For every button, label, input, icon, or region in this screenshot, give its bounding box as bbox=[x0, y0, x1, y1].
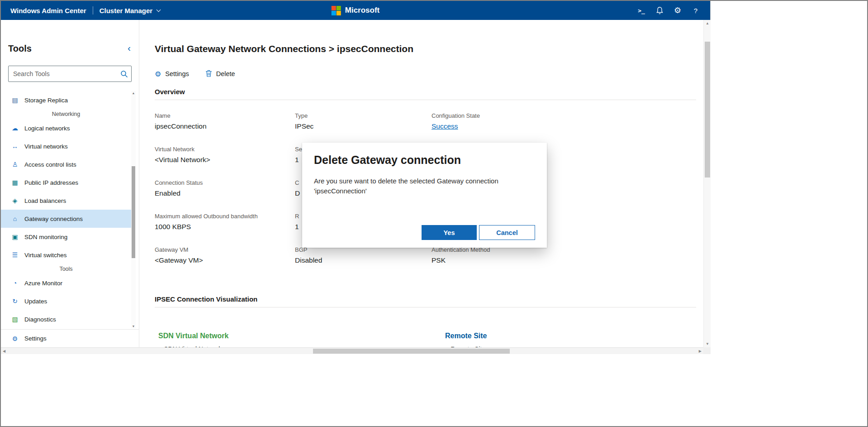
scroll-right-icon[interactable]: ▶ bbox=[699, 349, 702, 353]
field-label: Name bbox=[155, 112, 295, 120]
dialog-buttons: Yes Cancel bbox=[422, 225, 535, 240]
cancel-button[interactable]: Cancel bbox=[479, 225, 535, 240]
sidebar-item-label: Public IP addresses bbox=[24, 179, 78, 186]
visualization-heading: IPSEC Connection Visualization bbox=[155, 295, 696, 303]
top-bar-actions: >_ ⚙ ? bbox=[632, 1, 705, 20]
overview-field: Configuation State Success bbox=[432, 112, 696, 146]
sidebar-item-azure-monitor[interactable]: ◔ Azure Monitor bbox=[1, 274, 131, 292]
scroll-left-icon[interactable]: ◀ bbox=[3, 349, 5, 353]
horizontal-scrollbar-thumb[interactable] bbox=[313, 349, 510, 354]
diagnostics-icon: ▧ bbox=[10, 316, 19, 323]
field-value: <Gateway VM> bbox=[155, 256, 295, 264]
settings-button[interactable]: ⚙ Settings bbox=[155, 70, 189, 78]
virtual-networks-icon: ↔ bbox=[10, 143, 19, 150]
configuration-state-link[interactable]: Success bbox=[432, 122, 696, 130]
sidebar-item-updates[interactable]: ↻ Updates bbox=[1, 292, 131, 310]
settings-gear-icon: ⚙ bbox=[10, 335, 19, 342]
sidebar-scrollbar[interactable]: ▲ ▼ bbox=[131, 91, 136, 328]
virtual-switches-icon: ☰ bbox=[10, 251, 19, 259]
tools-nav: ▤ Storage Replica Networking ☁ Logical n… bbox=[1, 91, 131, 328]
scroll-down-icon[interactable]: ▼ bbox=[704, 342, 711, 346]
sidebar-item-settings[interactable]: ⚙ Settings bbox=[1, 329, 139, 347]
collapse-sidebar-icon[interactable]: ‹ bbox=[128, 43, 131, 53]
screenshot-canvas: Windows Admin Center Cluster Manager Mic… bbox=[0, 0, 868, 427]
settings-gear-icon[interactable]: ⚙ bbox=[669, 1, 687, 20]
sidebar-item-virtual-switches[interactable]: ☰ Virtual switches bbox=[1, 246, 131, 264]
horizontal-scrollbar[interactable]: ◀ ▶ bbox=[1, 347, 703, 354]
app-title[interactable]: Windows Admin Center bbox=[10, 7, 86, 14]
scroll-down-icon[interactable]: ▼ bbox=[131, 325, 136, 328]
sidebar-item-label: Load balancers bbox=[24, 197, 66, 204]
storage-replica-icon: ▤ bbox=[10, 96, 19, 104]
sidebar-item-label: Diagnostics bbox=[24, 316, 56, 323]
sidebar-item-sdn-monitoring[interactable]: ▣ SDN monitoring bbox=[1, 228, 131, 246]
delete-gateway-dialog: Delete Gateway connection Are you sure w… bbox=[302, 143, 547, 248]
scrollbar-corner bbox=[703, 347, 711, 354]
sidebar-item-label: Settings bbox=[24, 335, 47, 342]
powershell-icon[interactable]: >_ bbox=[632, 1, 650, 20]
vertical-scrollbar-thumb[interactable] bbox=[705, 42, 710, 178]
help-icon[interactable]: ? bbox=[687, 1, 705, 20]
solution-dropdown[interactable]: Cluster Manager bbox=[100, 7, 161, 14]
field-value: 1000 KBPS bbox=[155, 223, 295, 231]
dialog-body: Are you sure want to delete the selected… bbox=[314, 176, 526, 196]
overview-field: Name ipsecConnection bbox=[155, 112, 295, 146]
overview-heading: Overview bbox=[155, 88, 696, 96]
search-icon[interactable] bbox=[117, 70, 131, 78]
sidebar-item-virtual-networks[interactable]: ↔ Virtual networks bbox=[1, 137, 131, 155]
overview-field: Virtual Network <Virtual Network> bbox=[155, 146, 295, 179]
notifications-bell-icon[interactable] bbox=[650, 1, 669, 20]
field-value: <Virtual Network> bbox=[155, 156, 295, 164]
delete-button[interactable]: Delete bbox=[205, 70, 235, 78]
microsoft-logo-icon bbox=[332, 6, 341, 15]
sidebar-item-public-ip-addresses[interactable]: ▦ Public IP addresses bbox=[1, 173, 131, 192]
field-label: Virtual Network bbox=[155, 146, 295, 153]
overview-field: Type IPSec bbox=[295, 112, 432, 146]
overview-field: BGP Disabled bbox=[295, 246, 432, 280]
delete-button-label: Delete bbox=[216, 70, 235, 77]
logical-networks-icon: ☁ bbox=[10, 125, 19, 132]
public-ip-addresses-icon: ▦ bbox=[10, 179, 19, 186]
sidebar-item-label: Virtual switches bbox=[24, 252, 67, 259]
sdn-virtual-network-title: SDN Virtual Network bbox=[158, 332, 228, 340]
trash-icon bbox=[205, 70, 212, 78]
sidebar-item-label: SDN monitoring bbox=[24, 234, 67, 240]
sidebar-item-load-balancers[interactable]: ◈ Load balancers bbox=[1, 192, 131, 210]
yes-button[interactable]: Yes bbox=[422, 225, 477, 240]
sidebar-section-tools: Tools bbox=[1, 264, 131, 274]
top-bar-left: Windows Admin Center Cluster Manager bbox=[10, 1, 160, 20]
sidebar-item-logical-networks[interactable]: ☁ Logical networks bbox=[1, 119, 131, 137]
dialog-title: Delete Gateway connection bbox=[314, 154, 535, 167]
main-vertical-scrollbar[interactable]: ▲ ▼ bbox=[703, 20, 711, 347]
sidebar-item-label: Gateway connections bbox=[24, 216, 83, 222]
field-label: Connection Status bbox=[155, 179, 295, 187]
sidebar-item-access-control-lists[interactable]: ♙ Access control lists bbox=[1, 155, 131, 173]
sidebar-item-label: Storage Replica bbox=[24, 97, 68, 104]
remote-site-title: Remote Site bbox=[445, 332, 489, 340]
access-control-lists-icon: ♙ bbox=[10, 161, 19, 168]
sidebar-item-storage-replica[interactable]: ▤ Storage Replica bbox=[1, 91, 131, 109]
sidebar-section-networking: Networking bbox=[1, 109, 131, 119]
field-label: Maximum allowed Outbound bandwidth bbox=[155, 213, 295, 220]
top-bar: Windows Admin Center Cluster Manager Mic… bbox=[1, 1, 710, 20]
sidebar-item-label: Virtual networks bbox=[24, 143, 68, 150]
field-label: Gateway VM bbox=[155, 246, 295, 254]
sidebar-item-diagnostics[interactable]: ▧ Diagnostics bbox=[1, 310, 131, 328]
load-balancers-icon: ◈ bbox=[10, 197, 19, 204]
scroll-up-icon[interactable]: ▲ bbox=[704, 21, 711, 25]
settings-button-label: Settings bbox=[165, 70, 189, 77]
sidebar-scrollbar-thumb[interactable] bbox=[132, 166, 135, 258]
brand-name: Microsoft bbox=[345, 6, 380, 15]
overview-field: Maximum allowed Outbound bandwidth 1000 … bbox=[155, 213, 295, 246]
sidebar-item-gateway-connections[interactable]: ⌂ Gateway connections bbox=[1, 210, 131, 228]
app-window: Windows Admin Center Cluster Manager Mic… bbox=[1, 1, 711, 354]
sidebar-item-label: Azure Monitor bbox=[24, 280, 62, 287]
azure-monitor-icon: ◔ bbox=[10, 279, 19, 287]
section-divider bbox=[155, 100, 696, 100]
scroll-up-icon[interactable]: ▲ bbox=[131, 91, 136, 95]
solution-label: Cluster Manager bbox=[100, 7, 153, 14]
title-divider bbox=[93, 6, 93, 14]
sidebar-item-label: Access control lists bbox=[24, 161, 76, 168]
search-input[interactable] bbox=[9, 70, 117, 77]
field-label: Type bbox=[295, 112, 432, 120]
